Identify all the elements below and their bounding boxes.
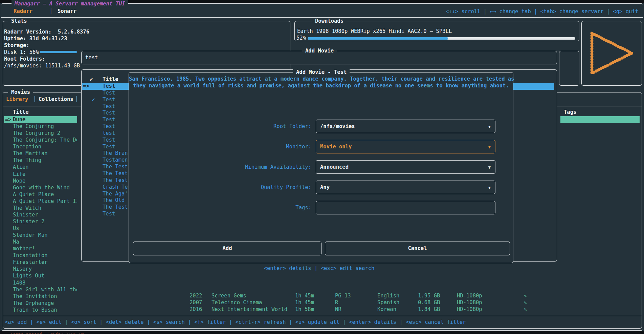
library-row[interactable]: Nope xyxy=(4,178,77,184)
movie-details-row[interactable]: 2007 Telecinco Cinema 1h 45m R Spanish 0… xyxy=(0,299,644,306)
library-row[interactable]: Incantation xyxy=(4,252,77,259)
edit-pencil-icon[interactable]: ✎ xyxy=(524,292,527,299)
movie-title: Sinister 2 xyxy=(13,218,44,225)
movie-title: A Quiet Place xyxy=(13,191,54,197)
library-row[interactable]: The Conjuring: The De xyxy=(4,137,77,143)
movies-keybind-hints: <a> add | <e> edit | <o> sort | <del> de… xyxy=(5,319,466,326)
library-row[interactable]: The Witch xyxy=(4,205,77,211)
edit-pencil-icon[interactable]: ✎ xyxy=(524,306,527,313)
edit-pencil-icon[interactable]: ✎ xyxy=(524,299,527,306)
result-title: Test xyxy=(103,123,115,129)
result-title: The Aga' xyxy=(103,191,128,197)
result-title: Test xyxy=(103,211,115,217)
tab-radarr[interactable]: Radarr xyxy=(14,8,32,15)
add-button[interactable]: Add xyxy=(133,242,321,255)
movie-title: Sinister xyxy=(13,212,38,218)
library-row[interactable]: The Conjuring 2 xyxy=(4,130,77,137)
movie-title: Gone with the Wind xyxy=(13,185,70,191)
library-row[interactable]: Lights Out xyxy=(4,272,77,279)
modal-title: Add Movie - Test xyxy=(293,69,350,76)
form-field-row: Tags: xyxy=(129,201,514,214)
result-title: Test xyxy=(103,144,115,150)
search-input[interactable]: test xyxy=(85,54,98,61)
library-row[interactable]: Us xyxy=(4,225,77,232)
result-title: Test xyxy=(103,90,115,96)
library-row[interactable]: Sinister 2 xyxy=(4,218,77,225)
movie-title: The Witch xyxy=(13,205,41,211)
tab-separator: │ xyxy=(49,8,52,15)
runtime-cell: 1h 45m xyxy=(295,292,314,299)
library-row[interactable]: The Conjuring xyxy=(4,123,77,130)
managarr-logo xyxy=(586,29,637,77)
cancel-button[interactable]: Cancel xyxy=(325,242,510,255)
size-cell: 1.84 GB xyxy=(418,306,440,313)
movie-title: The Conjuring xyxy=(13,123,54,129)
library-row[interactable]: Gone with the Wind xyxy=(4,184,77,191)
library-row[interactable]: A Quiet Place xyxy=(4,191,77,198)
result-title: The Bran xyxy=(103,150,128,156)
movie-details-row[interactable]: 2022 Screen Gems 1h 45m PG-13 English 1.… xyxy=(0,292,644,299)
movie-title: Nope xyxy=(13,178,25,184)
form-field-row: Minimum Availability: Announced▼ xyxy=(129,160,514,174)
movie-title: Inception xyxy=(13,144,41,150)
library-row[interactable]: Firestarter xyxy=(4,259,77,266)
field-label: Monitor: xyxy=(286,143,311,150)
field-dropdown[interactable]: Announced▼ xyxy=(316,160,495,174)
movie-title: mother! xyxy=(13,246,35,252)
field-dropdown[interactable]: Movie only▼ xyxy=(316,140,495,153)
library-row[interactable]: Alien xyxy=(4,164,77,170)
studio-cell: Next Entertainment World xyxy=(212,306,287,313)
library-row[interactable]: The Thing xyxy=(4,157,77,164)
stats-title: Stats xyxy=(8,18,30,24)
selected-row-tags-cell xyxy=(560,116,640,123)
library-row[interactable]: Sinister xyxy=(4,211,77,218)
field-label: Minimum Availability: xyxy=(245,164,311,170)
movie-title: Firestarter xyxy=(13,259,48,265)
library-row[interactable]: A Quiet Place Part II xyxy=(4,198,77,205)
year-cell: 2022 xyxy=(190,292,202,299)
library-row[interactable]: mother! xyxy=(4,245,77,252)
movie-title: The Conjuring: The De xyxy=(13,137,77,143)
library-row[interactable]: Misery xyxy=(4,266,77,272)
library-row[interactable]: 1408 xyxy=(4,279,77,286)
field-dropdown[interactable] xyxy=(316,201,495,214)
movie-library-list: =>DuneThe ConjuringThe Conjuring 2The Co… xyxy=(4,116,77,313)
library-row[interactable]: =>Dune xyxy=(4,116,77,123)
uptime: Uptime: 31d 04:31:23 xyxy=(4,35,67,42)
year-cell: 2007 xyxy=(190,299,202,306)
field-value: Announced xyxy=(320,164,349,170)
field-label: Tags: xyxy=(295,204,311,211)
result-title: The Test xyxy=(103,164,128,170)
tab-collections[interactable]: Collections xyxy=(39,96,73,103)
radarr-version: Radarr Version: 5.2.6.8376 xyxy=(4,28,89,35)
tab-library[interactable]: Library xyxy=(6,96,28,103)
library-row[interactable]: Ma xyxy=(4,238,77,245)
field-dropdown[interactable]: Any▼ xyxy=(316,181,495,194)
movie-title: The Thing xyxy=(13,157,41,163)
library-row[interactable]: The Martian xyxy=(4,150,77,157)
result-title: The Test xyxy=(103,204,128,210)
library-row[interactable]: Inception xyxy=(4,143,77,150)
result-title: Crash Te xyxy=(103,184,128,190)
quality-cell: HD-1080p xyxy=(457,306,482,313)
chevron-down-icon: ▼ xyxy=(488,164,491,171)
result-title: test xyxy=(103,130,115,136)
result-title: Test xyxy=(103,117,115,123)
quality-cell: HD-1080p xyxy=(457,292,482,299)
runtime-cell: 1h 58m xyxy=(295,306,314,313)
add-movie-title: Add Movie xyxy=(302,47,337,54)
tab-sonarr[interactable]: Sonarr xyxy=(58,8,76,15)
field-value: Movie only xyxy=(320,143,352,150)
studio-cell: Telecinco Cinema xyxy=(212,299,262,306)
movie-title: Us xyxy=(13,225,19,231)
field-dropdown[interactable]: /nfs/movies▼ xyxy=(316,120,495,133)
movie-title: 1408 xyxy=(13,280,25,286)
movies-footer-divider xyxy=(3,316,642,316)
movie-details-row[interactable]: 2016 Next Entertainment World 1h 58m NR … xyxy=(0,306,644,313)
library-row[interactable]: Slender Man xyxy=(4,232,77,238)
library-row[interactable]: The Girl with All the xyxy=(4,286,77,293)
movie-title: The Conjuring 2 xyxy=(13,130,60,136)
form-field-row: Quality Profile: Any▼ xyxy=(129,181,514,194)
language-cell: English xyxy=(377,292,399,299)
library-row[interactable]: Life xyxy=(4,171,77,178)
